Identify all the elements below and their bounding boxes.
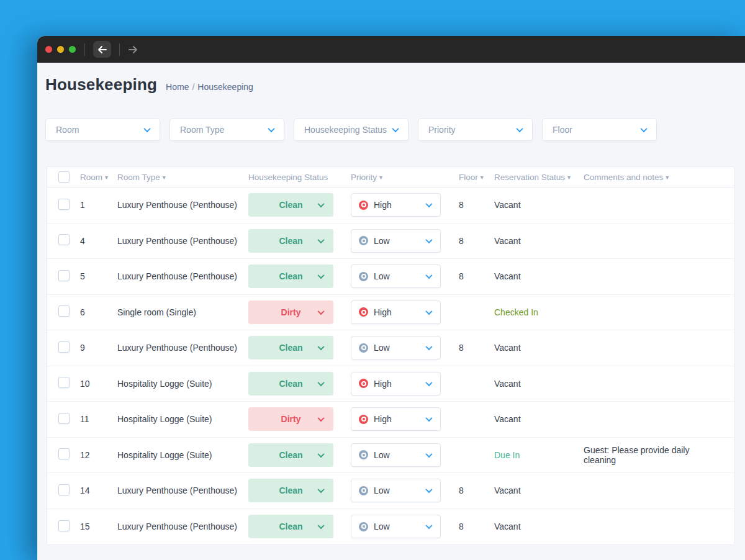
chevron-down-icon (392, 125, 399, 132)
filter-room-type-select[interactable]: Room Type (169, 119, 284, 141)
chevron-down-icon (317, 415, 324, 422)
chevron-down-icon (425, 237, 432, 243)
forward-button[interactable] (128, 45, 138, 54)
filter-floor-placeholder: Floor (553, 125, 572, 135)
sort-caret-icon: ▾ (481, 174, 484, 181)
room-type: Single room (Single) (117, 307, 248, 317)
housekeeping-status-select[interactable]: Clean (248, 264, 333, 288)
filter-housekeeping-status-placeholder: Housekeeping Status (304, 125, 387, 135)
room-type: Luxury Penthouse (Penthouse) (117, 522, 248, 531)
row-checkbox[interactable] (58, 305, 70, 317)
priority-select[interactable]: Low (351, 443, 441, 467)
reservation-status: Vacant (494, 522, 584, 531)
floor-value: 8 (459, 200, 494, 210)
priority-dot-icon (359, 486, 368, 495)
priority-select[interactable]: Low (351, 336, 441, 359)
sort-caret-icon: ▾ (163, 174, 166, 181)
priority-value: Low (374, 271, 427, 281)
back-button[interactable] (93, 41, 111, 58)
comment-text: Guest: Please provide daily cleaning (584, 445, 723, 465)
housekeeping-status-value: Clean (279, 485, 302, 495)
room-type: Luxury Penthouse (Penthouse) (117, 485, 248, 495)
filter-priority-select[interactable]: Priority (418, 119, 533, 141)
row-checkbox[interactable] (58, 341, 70, 353)
titlebar-divider (84, 43, 85, 56)
chevron-down-icon (317, 343, 324, 350)
housekeeping-status-select[interactable]: Clean (248, 515, 333, 538)
filter-room-select[interactable]: Room (45, 119, 160, 141)
room-type: Hospitality Logge (Suite) (117, 414, 248, 424)
breadcrumb: Home/Housekeeping (166, 82, 253, 92)
chevron-down-icon (425, 415, 432, 422)
priority-select[interactable]: High (351, 300, 441, 324)
housekeeping-status-value: Clean (279, 343, 302, 353)
housekeeping-status-value: Clean (279, 271, 302, 281)
select-all-checkbox[interactable] (58, 171, 70, 183)
priority-select[interactable]: Low (351, 515, 441, 538)
close-window-button[interactable] (45, 46, 52, 53)
housekeeping-status-select[interactable]: Clean (248, 479, 333, 502)
reservation-status: Vacant (494, 271, 584, 281)
housekeeping-status-select[interactable]: Clean (248, 229, 333, 253)
chevron-down-icon (317, 522, 324, 529)
housekeeping-status-select[interactable]: Dirty (248, 407, 333, 431)
column-header-reservation-status[interactable]: Reservation Status ▾ (494, 173, 584, 182)
room-number: 11 (80, 414, 117, 424)
table-body: 1 Luxury Penthouse (Penthouse) Clean Hig… (47, 187, 734, 544)
housekeeping-status-select[interactable]: Clean (248, 372, 333, 395)
chevron-down-icon (425, 522, 432, 529)
sort-caret-icon: ▾ (105, 174, 108, 181)
column-header-priority[interactable]: Priority ▾ (351, 173, 459, 182)
row-checkbox[interactable] (58, 448, 70, 459)
row-checkbox[interactable] (58, 270, 70, 281)
housekeeping-status-value: Dirty (281, 414, 301, 424)
filter-room-type-placeholder: Room Type (180, 125, 224, 135)
priority-select[interactable]: Low (351, 479, 441, 502)
priority-value: Low (374, 522, 427, 531)
minimize-window-button[interactable] (57, 46, 64, 53)
table-row: 14 Luxury Penthouse (Penthouse) Clean Lo… (47, 473, 734, 509)
row-checkbox[interactable] (58, 413, 70, 424)
row-checkbox[interactable] (58, 520, 70, 531)
row-checkbox[interactable] (58, 234, 70, 245)
room-number: 10 (80, 379, 117, 389)
room-number: 14 (80, 485, 117, 495)
sort-caret-icon: ▾ (379, 174, 382, 181)
priority-select[interactable]: Low (351, 229, 441, 253)
room-type: Hospitality Logge (Suite) (117, 450, 248, 460)
row-checkbox[interactable] (58, 484, 70, 495)
row-checkbox[interactable] (58, 377, 70, 388)
floor-value: 8 (459, 271, 494, 281)
priority-select[interactable]: Low (351, 264, 441, 288)
priority-select[interactable]: High (351, 193, 441, 217)
window-titlebar (37, 36, 745, 63)
filter-housekeeping-status-select[interactable]: Housekeeping Status (294, 119, 409, 141)
room-type: Luxury Penthouse (Penthouse) (117, 200, 248, 210)
filter-floor-select[interactable]: Floor (542, 119, 657, 141)
app-window: Housekeeping Home/Housekeeping Room Room… (37, 36, 745, 560)
column-header-room[interactable]: Room ▾ (80, 173, 117, 182)
housekeeping-status-value: Clean (279, 200, 302, 210)
priority-value: High (374, 307, 427, 317)
reservation-status: Vacant (494, 414, 584, 424)
chevron-down-icon (317, 272, 324, 279)
row-checkbox[interactable] (58, 199, 70, 210)
housekeeping-status-select[interactable]: Clean (248, 193, 333, 217)
priority-dot-icon (359, 201, 368, 210)
breadcrumb-home-link[interactable]: Home (166, 82, 189, 92)
priority-select[interactable]: High (351, 407, 441, 431)
column-header-floor[interactable]: Floor ▾ (459, 173, 494, 182)
chevron-down-icon (317, 237, 324, 243)
priority-dot-icon (359, 307, 368, 317)
housekeeping-status-select[interactable]: Dirty (248, 300, 333, 324)
priority-select[interactable]: High (351, 372, 441, 395)
column-header-comments[interactable]: Comments and notes ▾ (584, 173, 723, 182)
filters-row: Room Room Type Housekeeping Status Prior… (45, 119, 745, 141)
housekeeping-status-select[interactable]: Clean (248, 336, 333, 359)
housekeeping-status-select[interactable]: Clean (248, 443, 333, 467)
priority-value: High (374, 414, 427, 424)
maximize-window-button[interactable] (69, 46, 76, 53)
page-title: Housekeeping (45, 75, 157, 94)
priority-dot-icon (359, 450, 368, 459)
column-header-room-type[interactable]: Room Type ▾ (117, 173, 248, 182)
